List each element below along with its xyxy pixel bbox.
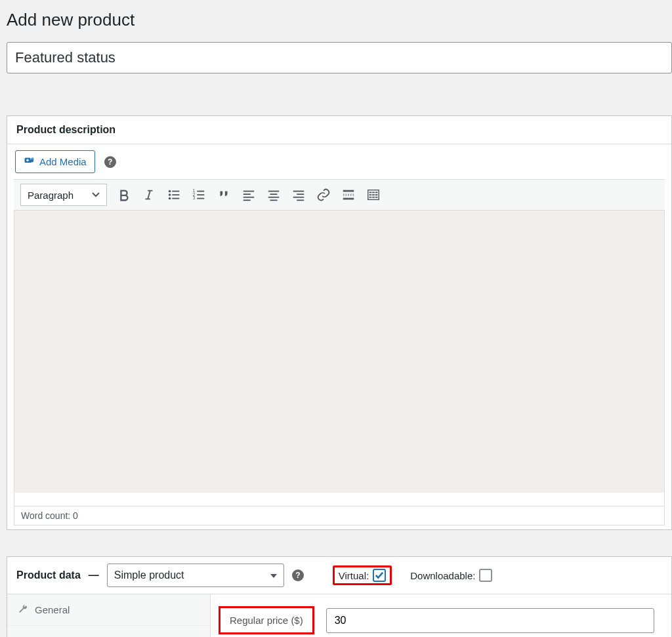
svg-point-4 — [169, 197, 171, 200]
product-type-help-icon[interactable]: ? — [292, 569, 304, 581]
product-type-selected-value: Simple product — [114, 569, 184, 581]
numbered-list-button[interactable]: 123 — [191, 187, 207, 203]
product-description-panel: Product description Add Media ? Paragrap… — [7, 115, 672, 530]
editor-bottom-gap — [14, 493, 665, 506]
svg-rect-36 — [369, 197, 372, 198]
svg-rect-33 — [369, 194, 372, 195]
svg-rect-16 — [243, 197, 255, 198]
downloadable-checkbox[interactable] — [479, 569, 492, 582]
chevron-down-icon — [92, 190, 100, 201]
svg-rect-13 — [197, 198, 204, 199]
virtual-checkbox[interactable] — [373, 569, 386, 582]
downloadable-label: Downloadable: — [410, 570, 475, 581]
virtual-option-highlight: Virtual: — [333, 565, 392, 585]
svg-rect-28 — [343, 198, 354, 200]
toolbar-toggle-button[interactable] — [366, 187, 381, 203]
wrench-icon — [18, 604, 28, 616]
tab-general[interactable]: General — [7, 594, 210, 626]
svg-rect-5 — [172, 191, 179, 192]
svg-point-1 — [26, 159, 28, 161]
svg-rect-20 — [268, 197, 280, 198]
svg-rect-24 — [293, 197, 304, 198]
svg-rect-37 — [372, 197, 375, 198]
editor-toolbar: Paragraph 123 — [14, 179, 665, 211]
virtual-label: Virtual: — [339, 570, 369, 581]
media-toolbar-row: Add Media ? — [7, 144, 671, 179]
blockquote-button[interactable] — [216, 187, 232, 203]
camera-music-icon — [24, 155, 35, 169]
svg-rect-38 — [375, 197, 378, 198]
bold-button[interactable] — [116, 187, 132, 203]
svg-rect-26 — [343, 190, 354, 192]
align-left-button[interactable] — [241, 187, 257, 203]
align-center-button[interactable] — [266, 187, 282, 203]
svg-rect-31 — [372, 192, 375, 193]
regular-price-input[interactable] — [326, 608, 654, 633]
product-description-header: Product description — [7, 116, 671, 144]
svg-rect-11 — [197, 191, 204, 192]
product-data-body: General Regular price ($) — [7, 594, 671, 637]
editor-content-area[interactable] — [14, 211, 665, 493]
align-right-button[interactable] — [291, 187, 306, 203]
product-type-select[interactable]: Simple product — [107, 564, 284, 587]
product-data-header: Product data — Simple product ? Virtual:… — [7, 557, 671, 594]
svg-point-2 — [169, 190, 171, 193]
regular-price-label: Regular price ($) — [230, 615, 303, 626]
svg-rect-27 — [343, 194, 354, 195]
add-media-button[interactable]: Add Media — [15, 150, 95, 173]
product-data-heading: Product data — [16, 569, 81, 581]
add-media-label: Add Media — [39, 156, 87, 167]
svg-rect-23 — [297, 194, 304, 195]
svg-rect-17 — [243, 199, 251, 201]
svg-rect-7 — [172, 198, 179, 199]
link-button[interactable] — [316, 187, 331, 203]
svg-rect-22 — [293, 191, 304, 192]
tab-general-label: General — [35, 604, 70, 615]
bullet-list-button[interactable] — [166, 187, 182, 203]
dash-separator: — — [89, 569, 99, 581]
svg-rect-21 — [270, 199, 278, 201]
editor-status-bar: Word count: 0 — [14, 506, 665, 525]
page-title: Add new product — [7, 0, 672, 42]
svg-rect-35 — [375, 194, 378, 195]
svg-rect-25 — [297, 199, 304, 201]
product-title-input[interactable] — [7, 42, 672, 73]
help-icon[interactable]: ? — [104, 156, 116, 168]
svg-text:3: 3 — [193, 195, 196, 200]
svg-rect-12 — [197, 194, 204, 195]
svg-rect-32 — [375, 192, 378, 193]
italic-button[interactable] — [141, 187, 157, 203]
regular-price-label-highlight: Regular price ($) — [219, 606, 314, 634]
product-data-content: Regular price ($) — [211, 594, 671, 637]
svg-rect-19 — [270, 194, 278, 195]
read-more-button[interactable] — [341, 187, 356, 203]
format-select-value: Paragraph — [28, 190, 74, 201]
product-data-panel: Product data — Simple product ? Virtual:… — [7, 556, 672, 637]
svg-rect-15 — [243, 194, 251, 195]
product-data-tabs: General — [7, 594, 211, 637]
svg-rect-34 — [372, 194, 375, 195]
svg-rect-14 — [243, 191, 255, 192]
format-select[interactable]: Paragraph — [20, 184, 107, 206]
svg-rect-30 — [369, 192, 372, 193]
svg-point-3 — [169, 194, 171, 196]
svg-rect-6 — [172, 194, 179, 195]
svg-rect-18 — [268, 191, 280, 192]
